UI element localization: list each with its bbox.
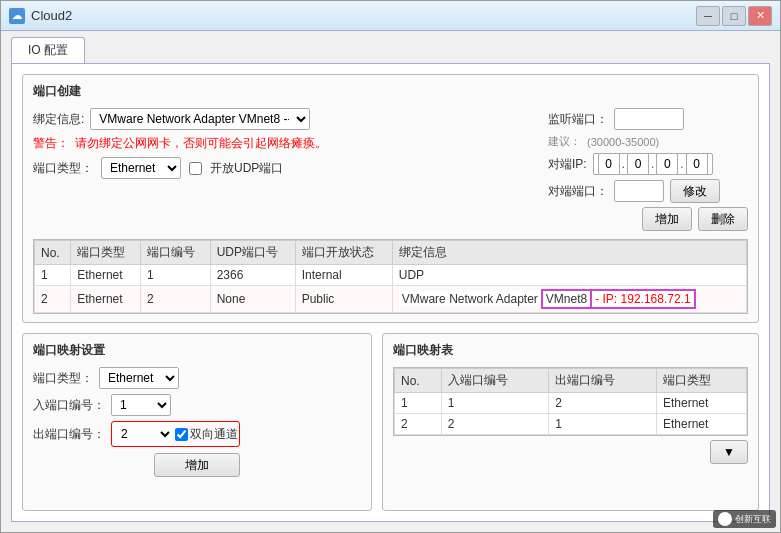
mapping-settings-title: 端口映射设置 [33,342,361,359]
output-port-label: 出端口编号： [33,426,105,443]
input-port-row: 入端口编号： 1 [33,394,361,416]
mapping-port-type-label: 端口类型： [33,370,93,387]
remote-ip-row: 对端IP: . . . [548,153,748,175]
col-status: 端口开放状态 [295,241,392,265]
right-panel: 监听端口： 30000 建议： (30000-35000) 对端IP: . [548,108,748,231]
mapping-port-type-select[interactable]: Ethernet [99,367,179,389]
remote-ip-label: 对端IP: [548,156,587,173]
row1-binding: UDP [392,265,746,286]
mapping-add-row: 增加 [33,453,361,477]
row2-no: 2 [35,286,71,313]
bottom-area: 端口映射设置 端口类型： Ethernet 入端口编号： 1 出端口编号： [22,333,759,511]
ip-octet-4[interactable] [686,153,708,175]
mapping-table-inner: No. 入端口编号 出端口编号 端口类型 1 1 2 Ether [394,368,747,435]
maximize-button[interactable]: □ [722,6,746,26]
port-table: No. 端口类型 端口编号 UDP端口号 端口开放状态 绑定信息 1 Ether… [33,239,748,314]
row2-type: Ethernet [71,286,141,313]
tab-bar: IO 配置 [1,31,780,63]
table-row[interactable]: 2 Ethernet 2 None Public VMware Network … [35,286,747,313]
map-col-no: No. [395,369,442,393]
mapping-table: No. 入端口编号 出端口编号 端口类型 1 1 2 Ether [393,367,748,436]
suggestion-range: (30000-35000) [587,136,659,148]
ip-octet-3[interactable] [656,153,678,175]
close-button[interactable]: ✕ [748,6,772,26]
row2-binding: VMware Network Adapter VMnet8 - IP: 192.… [392,286,746,313]
ip-octet-2[interactable] [627,153,649,175]
title-buttons: ─ □ ✕ [696,6,772,26]
watermark-icon: ⊕ [718,512,732,526]
modify-button[interactable]: 修改 [670,179,720,203]
port-creation-layout: 绑定信息: VMware Network Adapter VMnet8 -- I… [33,108,748,231]
ip-octet-1[interactable] [598,153,620,175]
ip-dot-3: . [680,157,683,171]
map-table-row[interactable]: 2 2 1 Ethernet [395,414,747,435]
map-col-input: 入端口编号 [441,369,549,393]
bidirectional-checkbox[interactable] [175,428,188,441]
port-table-inner: No. 端口类型 端口编号 UDP端口号 端口开放状态 绑定信息 1 Ether… [34,240,747,313]
mapping-port-type-row: 端口类型： Ethernet [33,367,361,389]
mapping-add-button[interactable]: 增加 [154,453,240,477]
map-col-type: 端口类型 [657,369,747,393]
col-port-num: 端口编号 [140,241,210,265]
col-no: No. [35,241,71,265]
binding-select[interactable]: VMware Network Adapter VMnet8 -- IP: 192… [90,108,310,130]
more-btn-row: ▼ [393,440,748,464]
content-area: 端口创建 绑定信息: VMware Network Adapter VMnet8… [11,63,770,522]
table-header-row: No. 端口类型 端口编号 UDP端口号 端口开放状态 绑定信息 [35,241,747,265]
title-bar-left: ☁ Cloud2 [9,8,72,24]
binding-part2: VMnet8 [541,289,592,309]
warning-row: 警告： 请勿绑定公网网卡，否则可能会引起网络瘫痪。 [33,135,540,152]
port-type-label: 端口类型： [33,160,93,177]
map-row1-no: 1 [395,393,442,414]
col-udp: UDP端口号 [210,241,295,265]
ip-dot-1: . [622,157,625,171]
output-port-select[interactable]: 2 [113,423,173,445]
add-port-button[interactable]: 增加 [642,207,692,231]
row2-udp: None [210,286,295,313]
app-icon: ☁ [9,8,25,24]
suggestion-label: 建议： [548,134,581,149]
row1-status: Internal [295,265,392,286]
mapping-table-title: 端口映射表 [393,342,748,359]
col-type: 端口类型 [71,241,141,265]
remote-port-row: 对端端口： 0 修改 [548,179,748,203]
map-row1-output: 2 [549,393,657,414]
monitor-port-input[interactable]: 30000 [614,108,684,130]
more-button[interactable]: ▼ [710,440,748,464]
window-title: Cloud2 [31,8,72,23]
remote-port-input[interactable]: 0 [614,180,664,202]
map-row2-type: Ethernet [657,414,747,435]
minimize-button[interactable]: ─ [696,6,720,26]
suggestion-row: 建议： (30000-35000) [548,134,748,149]
map-row1-input: 1 [441,393,549,414]
row2-status: Public [295,286,392,313]
warning-label: 警告： [33,135,69,152]
binding-label: 绑定信息: [33,111,84,128]
ip-dot-2: . [651,157,654,171]
binding-part1: VMware Network Adapter [399,291,541,307]
port-mapping-table-section: 端口映射表 No. 入端口编号 出端口编号 端口类型 [382,333,759,511]
map-row2-no: 2 [395,414,442,435]
watermark: ⊕ 创新互联 [713,510,776,528]
title-bar: ☁ Cloud2 ─ □ ✕ [1,1,780,31]
udp-checkbox[interactable] [189,162,202,175]
port-mapping-settings: 端口映射设置 端口类型： Ethernet 入端口编号： 1 出端口编号： [22,333,372,511]
port-type-select[interactable]: Ethernet [101,157,181,179]
warning-text: 请勿绑定公网网卡，否则可能会引起网络瘫痪。 [75,135,327,152]
monitor-port-label: 监听端口： [548,111,608,128]
output-port-container: 2 双向通道 [111,421,240,447]
remote-ip-input[interactable]: . . . [593,153,713,175]
main-window: ☁ Cloud2 ─ □ ✕ IO 配置 端口创建 绑定信息: VMwar [0,0,781,533]
delete-port-button[interactable]: 删除 [698,207,748,231]
map-col-output: 出端口编号 [549,369,657,393]
map-table-row[interactable]: 1 1 2 Ethernet [395,393,747,414]
binding-info-cell: VMware Network Adapter VMnet8 - IP: 192.… [399,289,740,309]
table-row[interactable]: 1 Ethernet 1 2366 Internal UDP [35,265,747,286]
mapping-header-row: No. 入端口编号 出端口编号 端口类型 [395,369,747,393]
input-port-select[interactable]: 1 [111,394,171,416]
row1-udp: 2366 [210,265,295,286]
tab-io-config[interactable]: IO 配置 [11,37,85,64]
row1-no: 1 [35,265,71,286]
left-panel: 绑定信息: VMware Network Adapter VMnet8 -- I… [33,108,540,179]
map-row2-output: 1 [549,414,657,435]
